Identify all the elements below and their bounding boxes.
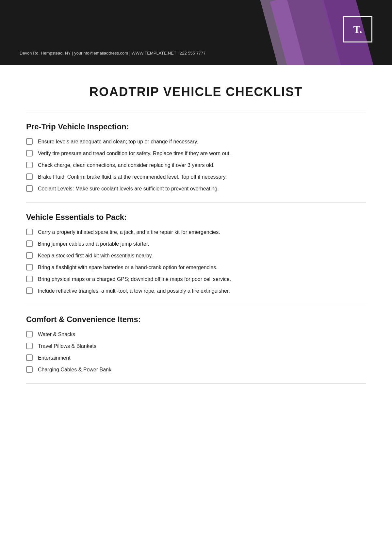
checklist-pre-trip: Ensure levels are adequate and clean; to…	[26, 138, 366, 193]
checkbox[interactable]	[26, 264, 33, 270]
item-text: Brake Fluid: Confirm brake fluid is at t…	[38, 173, 366, 181]
item-text: Bring a flashlight with spare batteries …	[38, 264, 366, 271]
list-item: Carry a properly inflated spare tire, a …	[26, 228, 366, 236]
divider-after-pre-trip	[26, 203, 366, 203]
item-text: Carry a properly inflated spare tire, a …	[38, 228, 366, 236]
checkbox[interactable]	[26, 162, 33, 168]
item-text: Entertainment	[38, 354, 366, 362]
item-text: Ensure levels are adequate and clean; to…	[38, 138, 366, 146]
checkbox[interactable]	[26, 185, 33, 192]
list-item: Verify tire pressure and tread condition…	[26, 150, 366, 157]
item-text: Bring physical maps or a charged GPS; do…	[38, 275, 366, 283]
divider-after-vehicle-essentials	[26, 305, 366, 305]
checkbox[interactable]	[26, 138, 33, 145]
checkbox[interactable]	[26, 354, 33, 361]
section-pre-trip: Pre-Trip Vehicle Inspection:Ensure level…	[26, 122, 366, 203]
item-text: Verify tire pressure and tread condition…	[38, 150, 366, 157]
item-text: Coolant Levels: Make sure coolant levels…	[38, 185, 366, 193]
header: Devon Rd, Hempstead, NY | yourinfo@email…	[0, 0, 392, 65]
list-item: Coolant Levels: Make sure coolant levels…	[26, 185, 366, 193]
item-text: Keep a stocked first aid kit with essent…	[38, 252, 366, 260]
list-item: Travel Pillows & Blankets	[26, 342, 366, 350]
checkbox[interactable]	[26, 287, 33, 294]
logo-box: T.	[343, 16, 372, 42]
checkbox[interactable]	[26, 173, 33, 180]
checkbox[interactable]	[26, 331, 33, 337]
checkbox[interactable]	[26, 276, 33, 282]
item-text: Check charge, clean connections, and con…	[38, 161, 366, 169]
list-item: Entertainment	[26, 354, 366, 362]
section-title-comfort: Comfort & Convenience Items:	[26, 315, 366, 324]
checkbox[interactable]	[26, 366, 33, 373]
divider-after-comfort	[26, 383, 366, 384]
list-item: Include reflective triangles, a multi-to…	[26, 287, 366, 295]
checklist-vehicle-essentials: Carry a properly inflated spare tire, a …	[26, 228, 366, 295]
item-text: Water & Snacks	[38, 331, 366, 338]
list-item: Water & Snacks	[26, 331, 366, 338]
list-item: Bring a flashlight with spare batteries …	[26, 264, 366, 271]
checkbox[interactable]	[26, 240, 33, 247]
main-content: ROADTRIP VEHICLE CHECKLIST Pre-Trip Vehi…	[0, 65, 392, 413]
page-title: ROADTRIP VEHICLE CHECKLIST	[26, 85, 366, 99]
checkbox[interactable]	[26, 343, 33, 349]
item-text: Charging Cables & Power Bank	[38, 366, 366, 374]
checkbox[interactable]	[26, 252, 33, 259]
checkbox[interactable]	[26, 150, 33, 156]
item-text: Include reflective triangles, a multi-to…	[38, 287, 366, 295]
list-item: Bring physical maps or a charged GPS; do…	[26, 275, 366, 283]
item-text: Bring jumper cables and a portable jump …	[38, 240, 366, 248]
list-item: Bring jumper cables and a portable jump …	[26, 240, 366, 248]
section-vehicle-essentials: Vehicle Essentials to Pack:Carry a prope…	[26, 213, 366, 305]
sections-container: Pre-Trip Vehicle Inspection:Ensure level…	[26, 122, 366, 384]
list-item: Charging Cables & Power Bank	[26, 366, 366, 374]
checkbox[interactable]	[26, 229, 33, 235]
item-text: Travel Pillows & Blankets	[38, 342, 366, 350]
list-item: Check charge, clean connections, and con…	[26, 161, 366, 169]
checklist-comfort: Water & SnacksTravel Pillows & BlanketsE…	[26, 331, 366, 374]
divider-top	[26, 112, 366, 112]
header-contact: Devon Rd, Hempstead, NY | yourinfo@email…	[20, 51, 206, 56]
logo-text: T.	[353, 24, 362, 36]
list-item: Keep a stocked first aid kit with essent…	[26, 252, 366, 260]
section-title-vehicle-essentials: Vehicle Essentials to Pack:	[26, 213, 366, 222]
list-item: Brake Fluid: Confirm brake fluid is at t…	[26, 173, 366, 181]
section-title-pre-trip: Pre-Trip Vehicle Inspection:	[26, 122, 366, 131]
section-comfort: Comfort & Convenience Items:Water & Snac…	[26, 315, 366, 384]
list-item: Ensure levels are adequate and clean; to…	[26, 138, 366, 146]
